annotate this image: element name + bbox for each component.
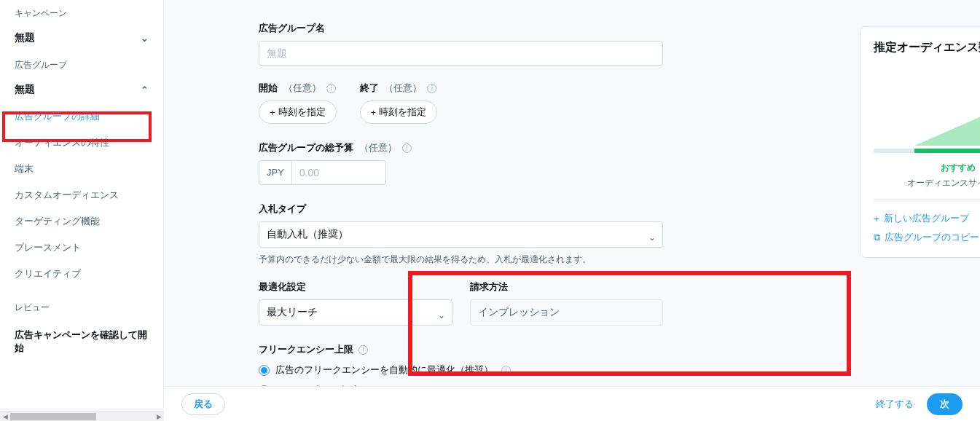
sidebar-confirm-launch[interactable]: 広告キャンペーンを確認して開始 xyxy=(0,323,163,361)
billing-label: 請求方法 xyxy=(470,280,508,294)
form-area: 広告グループ名 開始 （任意） i +時刻を指定 終了 （任意） i +時刻を指… xyxy=(259,0,663,386)
adgroup-name-input[interactable] xyxy=(259,41,663,66)
optimization-select[interactable]: 最大リーチ xyxy=(259,299,452,326)
new-adgroup-link[interactable]: + 新しい広告グループ xyxy=(874,209,980,228)
scroll-left-icon[interactable]: ◀ xyxy=(0,412,10,422)
main-content: 広告グループ名 開始 （任意） i +時刻を指定 終了 （任意） i +時刻を指… xyxy=(164,0,980,386)
audience-size-label: オーディエンスサイズ i xyxy=(874,177,980,189)
horizontal-scrollbar[interactable]: ◀ ▶ xyxy=(0,411,164,421)
plus-icon: + xyxy=(874,213,879,224)
info-icon[interactable]: i xyxy=(358,345,368,355)
copy-adgroup-label: 広告グループのコピー xyxy=(885,231,979,244)
billing-value: インプレッション xyxy=(470,299,664,326)
info-icon[interactable]: i xyxy=(427,84,436,93)
campaign-name: 無題 xyxy=(15,31,35,44)
back-button[interactable]: 戻る xyxy=(181,393,225,415)
frequency-cap-label: フリークエンシー上限 xyxy=(259,343,353,356)
start-label: 開始 xyxy=(259,82,278,95)
scroll-right-icon[interactable]: ▶ xyxy=(154,412,164,422)
bar-green xyxy=(914,149,980,153)
sidebar-item-targeting[interactable]: ターゲティング機能 xyxy=(0,208,163,235)
info-icon[interactable]: i xyxy=(501,366,511,375)
info-icon[interactable]: i xyxy=(402,143,412,153)
audience-estimate-panel: 推定オーディエンス数 👥 利用不可 おすすめ オーディエンスサイズ i + 新し… xyxy=(860,26,980,258)
freq-option-auto[interactable]: 広告のフリークエンシーを自動的に最適化（推奨） i xyxy=(259,363,663,377)
end-label: 終了 xyxy=(360,82,379,95)
next-button[interactable]: 次 xyxy=(927,393,963,415)
adgroup-name: 無題 xyxy=(15,83,35,96)
audience-chart: 👥 利用不可 xyxy=(874,64,980,159)
chevron-down-icon: ⌄ xyxy=(141,33,149,44)
copy-icon: ⧉ xyxy=(874,232,880,243)
freq-auto-label: 広告のフリークエンシーを自動的に最適化（推奨） xyxy=(275,363,493,377)
campaign-row[interactable]: 無題 ⌄ xyxy=(0,24,163,52)
scroll-thumb[interactable] xyxy=(10,413,96,420)
end-time-label: 時刻を指定 xyxy=(379,106,426,119)
sidebar-item-creative[interactable]: クリエイティブ xyxy=(0,261,163,287)
chart-baseline xyxy=(874,149,980,153)
sidebar-item-audience[interactable]: オーディエンスの特性 xyxy=(0,130,163,156)
plus-icon: + xyxy=(371,107,377,118)
currency-label: JPY xyxy=(259,160,291,185)
sidebar-item-custom-audience[interactable]: カスタムオーディエンス xyxy=(0,182,163,208)
exit-link[interactable]: 終了する xyxy=(876,398,914,411)
chart-fill xyxy=(914,89,980,146)
bid-help-text: 予算内のできるだけ少ない金額で最大限の結果を得るため、入札が最適化されます。 xyxy=(259,253,663,266)
sidebar-item-devices[interactable]: 端末 xyxy=(0,156,163,182)
adgroup-section-label: 広告グループ xyxy=(0,52,163,76)
sidebar-item-details[interactable]: 広告グループの詳細 xyxy=(0,103,163,130)
optimization-label: 最適化設定 xyxy=(259,280,306,294)
panel-title: 推定オーディエンス数 xyxy=(874,40,980,55)
chevron-up-icon: ⌃ xyxy=(141,84,149,95)
budget-input[interactable] xyxy=(291,160,386,185)
budget-label: 広告グループの総予算 xyxy=(259,141,353,154)
adgroup-name-label: 広告グループ名 xyxy=(259,22,325,35)
budget-optional: （任意） xyxy=(359,142,397,153)
review-section-label: レビュー xyxy=(0,293,163,323)
campaign-section-label: キャンペーン xyxy=(0,0,163,24)
recommended-label: おすすめ xyxy=(874,162,980,174)
footer-bar: 戻る 終了する 次 xyxy=(164,386,980,421)
bid-type-select[interactable]: 自動入札（推奨） xyxy=(259,221,663,248)
scroll-track[interactable] xyxy=(10,412,154,421)
bar-grey xyxy=(874,149,914,153)
adgroup-row[interactable]: 無題 ⌃ xyxy=(0,76,163,103)
new-adgroup-label: 新しい広告グループ xyxy=(884,212,969,225)
end-optional: （任意） xyxy=(384,82,422,93)
info-icon[interactable]: i xyxy=(326,84,336,93)
start-time-label: 時刻を指定 xyxy=(278,106,326,119)
sidebar: キャンペーン 無題 ⌄ 広告グループ 無題 ⌃ 広告グループの詳細 オーディエン… xyxy=(0,0,164,408)
end-time-button[interactable]: +時刻を指定 xyxy=(360,101,438,124)
freq-radio-auto[interactable] xyxy=(259,365,270,376)
start-optional: （任意） xyxy=(283,82,321,93)
start-time-button[interactable]: +時刻を指定 xyxy=(259,101,337,124)
plus-icon: + xyxy=(270,107,275,118)
copy-adgroup-link[interactable]: ⧉ 広告グループのコピー xyxy=(874,228,980,247)
bid-type-label: 入札タイプ xyxy=(259,202,306,216)
sidebar-item-placements[interactable]: プレースメント xyxy=(0,235,163,261)
